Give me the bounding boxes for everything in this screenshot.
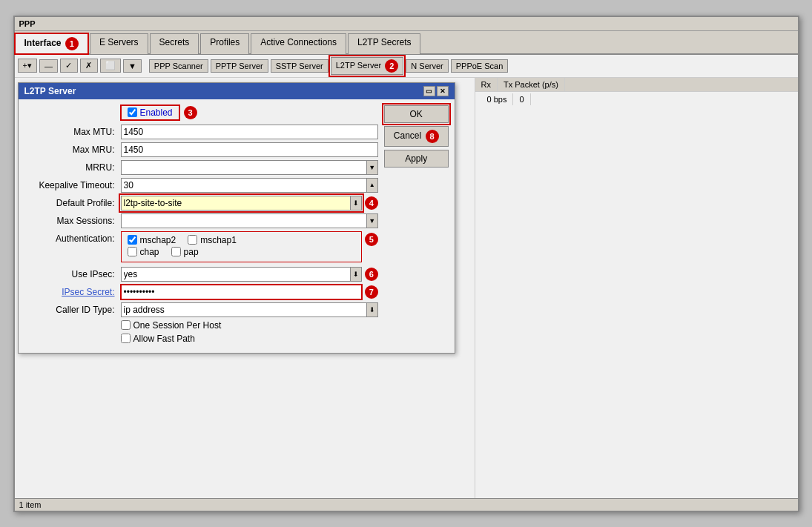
status-text: 1 item [19,500,42,509]
ipsec-secret-input[interactable] [121,285,362,299]
mschap1-checkbox[interactable] [188,235,197,245]
use-ipsec-label: Use IPsec: [24,269,121,279]
use-ipsec-dropdown-btn[interactable]: ⬇ [350,267,362,282]
keepalive-up-btn[interactable]: ▲ [366,178,378,193]
max-sessions-dropdown-btn[interactable]: ▼ [366,213,378,228]
caller-id-dropdown-btn[interactable]: ⬇ [366,302,378,317]
use-ipsec-input[interactable] [121,267,350,282]
tab-l2tp-secrets[interactable]: L2TP Secrets [348,33,420,54]
ok-button[interactable]: OK [384,105,449,123]
enabled-checkbox[interactable] [128,107,137,117]
chap-label: chap [140,247,159,257]
n-server-button[interactable]: N Server [406,59,448,73]
auth-row-2: chap pap [128,247,355,257]
max-mru-label: Max MRU: [24,145,121,155]
remove-button[interactable]: — [39,59,58,73]
default-profile-input-area: ⬇ [121,196,362,211]
add-button[interactable]: +▾ [18,59,37,73]
dialog-body: Enabled 3 Max MTU: Max MRU: [19,99,455,353]
default-profile-dropdown-btn[interactable]: ⬇ [350,196,362,211]
max-sessions-input[interactable] [121,213,366,228]
mrru-label: MRRU: [24,162,121,173]
authentication-label: Authentication: [24,231,121,244]
enabled-checkbox-area: Enabled [121,105,179,120]
dialog-title-bar: L2TP Server ▭ ✕ [19,83,455,99]
l2tp-server-dialog: L2TP Server ▭ ✕ Enabled [18,82,455,354]
max-mru-input[interactable] [121,142,378,157]
caller-id-row: Caller ID Type: ⬇ [24,302,378,317]
pppoe-scan-button[interactable]: PPPoE Scan [451,59,509,73]
max-mtu-label: Max MTU: [24,127,121,137]
use-ipsec-input-area: ⬇ [121,267,362,282]
pptp-server-button[interactable]: PPTP Server [211,59,268,73]
max-mtu-row: Max MTU: [24,125,378,139]
max-sessions-row: Max Sessions: ▼ [24,213,378,228]
toolbar: +▾ — ✓ ✗ ⬜ ▼ PPP Scanner PPTP Server SST… [15,55,798,78]
right-panel-header: Rx Tx Packet (p/s) [475,78,798,92]
cross-button[interactable]: ✗ [80,59,98,73]
ppp-scanner-button[interactable]: PPP Scanner [149,59,208,73]
allow-fast-label: Allow Fast Path [133,334,195,344]
cancel-button[interactable]: Cancel 8 [384,126,449,147]
keepalive-row: Keepalive Timeout: ▲ [24,178,378,193]
mschap2-label: mschap2 [140,235,176,245]
max-mtu-input[interactable] [121,125,378,139]
default-profile-input[interactable] [121,196,350,211]
default-profile-label: Default Profile: [24,198,121,208]
chap-item: chap [128,247,159,257]
dialog-title-text: L2TP Server [24,86,76,96]
allow-fast-checkbox[interactable] [121,334,131,343]
one-session-label: One Session Per Host [133,320,222,331]
default-profile-row: Default Profile: ⬇ 4 [24,196,378,211]
badge-6: 6 [365,268,378,281]
dialog-title-buttons: ▭ ✕ [423,86,449,96]
mrru-input-area: ▼ [121,160,378,175]
keepalive-label: Keepalive Timeout: [24,180,121,190]
enabled-row: Enabled 3 [24,105,378,120]
ppp-window: PPP Interface 1 E Servers Secrets Profil… [13,16,799,512]
apply-button[interactable]: Apply [384,150,449,168]
max-mru-row: Max MRU: [24,142,378,157]
enabled-label: Enabled [140,107,173,118]
dialog-close-button[interactable]: ✕ [437,86,449,96]
tab-secrets[interactable]: Secrets [150,33,199,54]
mrru-dropdown-btn[interactable]: ▼ [366,160,378,175]
one-session-item: One Session Per Host [121,320,222,331]
badge-3: 3 [184,106,197,119]
dialog-actions: OK Cancel 8 Apply [384,105,449,347]
ipsec-secret-label: IPsec Secret: [24,287,121,297]
mschap1-label: mschap1 [200,235,237,245]
one-session-checkbox[interactable] [121,320,131,330]
auth-row-1: mschap2 mschap1 [128,235,355,245]
main-content: L2TP Server ▭ ✕ Enabled [15,78,798,498]
mschap2-checkbox[interactable] [128,235,137,245]
filter-button[interactable]: ▼ [123,59,142,73]
tx-value: 0 [513,93,530,105]
l2tp-server-button[interactable]: L2TP Server 2 [331,57,404,75]
mrru-input[interactable] [121,160,366,175]
allow-fast-item: Allow Fast Path [121,334,195,344]
use-ipsec-row: Use IPsec: ⬇ 6 [24,267,378,282]
copy-button[interactable]: ⬜ [100,59,121,73]
keepalive-input[interactable] [121,178,366,193]
caller-id-input[interactable] [121,302,366,317]
pap-item: pap [171,247,199,257]
tab-interface[interactable]: Interface 1 [15,33,88,54]
mschap2-item: mschap2 [128,235,176,245]
tx-header: Tx Packet (p/s) [498,78,565,91]
badge-8: 8 [426,130,439,143]
dialog-minimize-button[interactable]: ▭ [423,86,435,96]
pap-label: pap [184,247,199,257]
pap-checkbox[interactable] [171,247,181,256]
tab-active-connections[interactable]: Active Connections [251,33,346,54]
right-panel-data: 0 bps 0 [475,92,798,107]
rx-value: 0 bps [481,93,514,105]
max-sessions-input-area: ▼ [121,213,378,228]
tab-e-servers[interactable]: E Servers [90,33,148,54]
sstp-server-button[interactable]: SSTP Server [271,59,329,73]
check-button[interactable]: ✓ [60,59,78,73]
tab-profiles[interactable]: Profiles [200,33,249,54]
chap-checkbox[interactable] [128,247,137,256]
window-title: PPP [19,19,36,28]
badge-4: 4 [365,196,378,210]
